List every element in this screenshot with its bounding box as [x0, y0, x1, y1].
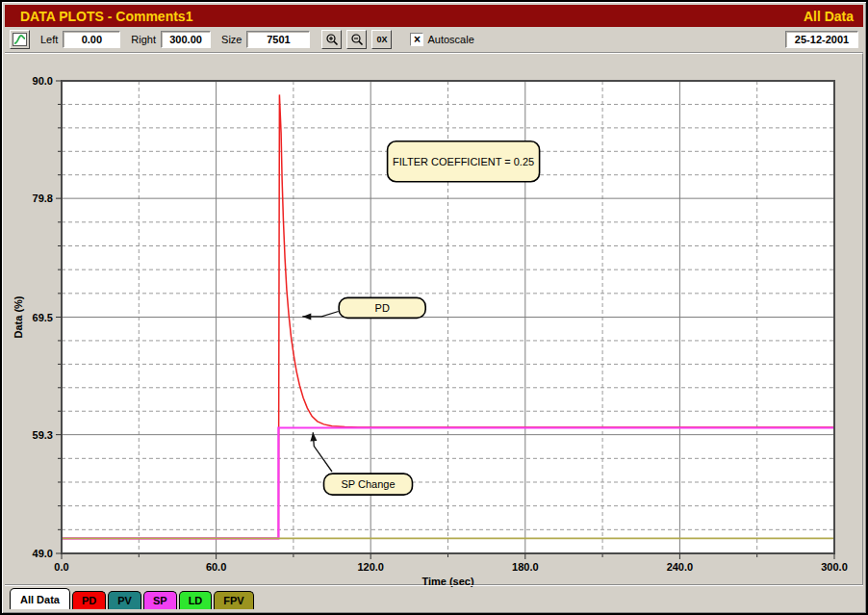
size-input[interactable] [246, 31, 310, 48]
svg-text:49.0: 49.0 [33, 548, 53, 559]
autoscale-label: Autoscale [427, 34, 473, 45]
svg-text:90.0: 90.0 [33, 75, 53, 87]
tab-pd[interactable]: PD [72, 591, 106, 609]
magnifier-minus-icon [350, 33, 364, 46]
svg-text:120.0: 120.0 [357, 561, 384, 573]
checkbox-x-mark-icon: × [410, 33, 423, 46]
svg-text:FILTER COEFFICIENT = 0.25: FILTER COEFFICIENT = 0.25 [393, 156, 534, 167]
zoom-in-button[interactable] [321, 30, 342, 49]
svg-text:240.0: 240.0 [667, 561, 694, 573]
svg-text:59.3: 59.3 [33, 429, 53, 441]
trend-curve-icon-button[interactable] [10, 30, 30, 49]
svg-text:0.0: 0.0 [54, 561, 68, 573]
zoom-out-button[interactable] [346, 30, 367, 49]
right-input[interactable] [161, 31, 211, 48]
tab-ld[interactable]: LD [179, 591, 213, 609]
date-field[interactable] [785, 31, 858, 48]
window-title: DATA PLOTS - Comments1 [20, 9, 192, 24]
svg-text:60.0: 60.0 [206, 561, 226, 573]
trend-curve-icon [13, 33, 27, 46]
svg-text:PD: PD [375, 302, 390, 314]
left-input[interactable] [63, 31, 120, 48]
app-window: DATA PLOTS - Comments1 All Data Left Rig… [0, 0, 868, 615]
tab-all-data[interactable]: All Data [10, 588, 70, 609]
magnifier-plus-icon [325, 33, 339, 46]
svg-text:79.8: 79.8 [33, 192, 53, 204]
svg-text:180.0: 180.0 [512, 561, 539, 573]
left-label: Left [40, 34, 58, 45]
tab-bar: All DataPDPVSPLDFPV [5, 585, 863, 610]
tab-fpv[interactable]: FPV [214, 591, 253, 609]
tab-pv[interactable]: PV [108, 591, 141, 609]
size-label: Size [221, 34, 242, 45]
svg-text:69.5: 69.5 [33, 312, 53, 323]
right-label: Right [131, 34, 156, 45]
tab-sp[interactable]: SP [143, 591, 177, 609]
svg-text:300.0: 300.0 [821, 561, 848, 573]
toolbar: Left Right Size 0X × Autoscale [5, 27, 863, 53]
autoscale-checkbox[interactable]: × Autoscale [410, 33, 473, 46]
svg-text:SP Change: SP Change [341, 478, 395, 490]
zoom-reset-button[interactable]: 0X [371, 30, 392, 49]
chart-panel: 0.060.0120.0180.0240.0300.049.059.369.57… [5, 53, 863, 585]
window-title-right: All Data [804, 9, 854, 24]
svg-text:Data (%): Data (%) [13, 295, 24, 338]
chart-svg[interactable]: 0.060.0120.0180.0240.0300.049.059.369.57… [7, 56, 863, 587]
title-bar: DATA PLOTS - Comments1 All Data [5, 5, 863, 27]
